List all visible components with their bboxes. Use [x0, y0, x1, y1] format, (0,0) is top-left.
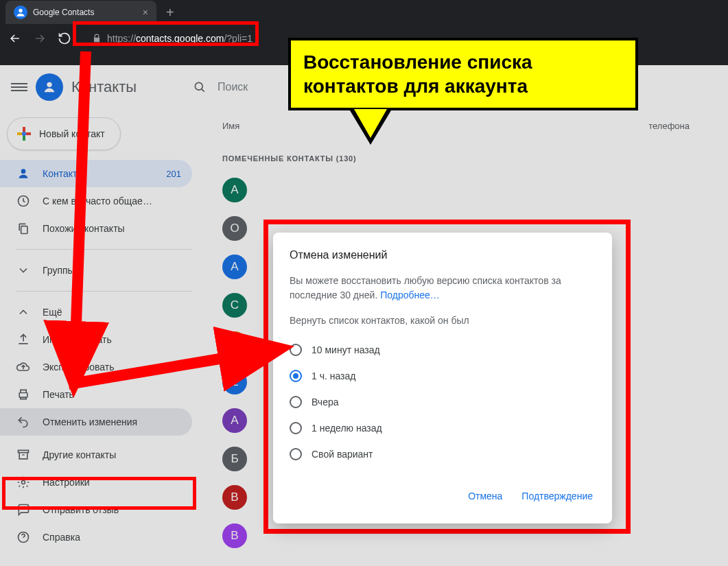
- back-button[interactable]: [5, 29, 25, 48]
- radio-10min[interactable]: 10 минут назад: [290, 337, 596, 363]
- sidebar-item-contacts[interactable]: Контакты 201: [0, 160, 192, 187]
- confirm-button[interactable]: Подтверждение: [519, 485, 596, 507]
- upload-icon: [16, 333, 30, 346]
- radio-yesterday[interactable]: Вчера: [290, 389, 596, 415]
- sidebar-item-similar[interactable]: Похожие контакты: [0, 215, 192, 242]
- reload-button[interactable]: [55, 29, 74, 48]
- browser-tab[interactable]: Google Contacts ×: [5, 1, 156, 24]
- avatar: A: [222, 255, 247, 279]
- sidebar-item-settings[interactable]: Настройки: [0, 469, 192, 496]
- avatar: B: [222, 523, 247, 548]
- app-title: Контакты: [71, 78, 137, 96]
- radio-icon: [290, 422, 302, 434]
- radio-icon: [290, 344, 302, 356]
- close-tab-icon[interactable]: ×: [143, 7, 148, 18]
- svg-point-4: [21, 169, 26, 174]
- sidebar-item-groups[interactable]: Группы: [0, 257, 192, 284]
- search-placeholder[interactable]: Поиск: [218, 81, 248, 93]
- contacts-favicon-icon: [14, 5, 27, 19]
- dialog-subhead: Вернуть список контактов, какой он был: [290, 315, 596, 326]
- radio-1week[interactable]: 1 неделю назад: [290, 415, 596, 441]
- avatar: B: [222, 485, 247, 510]
- annotation-callout: Восстановление списка контактов для акка…: [288, 38, 638, 145]
- avatar: E: [222, 370, 247, 394]
- person-icon: [16, 167, 30, 180]
- cloud-upload-icon: [16, 360, 30, 374]
- radio-icon: [290, 396, 302, 408]
- chevron-up-icon: [16, 305, 30, 319]
- tab-title: Google Contacts: [33, 8, 94, 17]
- sidebar-item-help[interactable]: Справка: [0, 523, 192, 551]
- svg-rect-7: [19, 393, 27, 398]
- dialog-description: Вы можете восстановить любую версию спис…: [290, 274, 596, 303]
- menu-button[interactable]: [11, 79, 27, 95]
- forward-button[interactable]: [30, 29, 49, 48]
- avatar: А: [222, 408, 247, 433]
- new-tab-button[interactable]: +: [166, 5, 174, 21]
- chevron-down-icon: [16, 263, 30, 277]
- sidebar-item-import[interactable]: Импортировать: [0, 326, 192, 353]
- undo-dialog: Отмена изменений Вы можете восстановить …: [273, 233, 612, 523]
- address-bar[interactable]: https://contacts.google.com/?pli=1: [82, 29, 262, 48]
- avatar: A: [222, 178, 247, 202]
- radio-icon: [290, 448, 302, 460]
- svg-point-1: [19, 9, 22, 12]
- sidebar: Новый контакт Контакты 201 С кем вы част…: [0, 109, 198, 566]
- gear-icon: [16, 475, 30, 489]
- sidebar-item-print[interactable]: Печать: [0, 381, 192, 408]
- avatar: C: [222, 293, 247, 318]
- column-phone: телефона: [648, 121, 690, 131]
- svg-point-3: [195, 82, 202, 90]
- contact-row[interactable]: A: [209, 171, 717, 209]
- sidebar-item-undo[interactable]: Отменить изменения: [0, 408, 192, 436]
- avatar: Б: [222, 447, 247, 471]
- radio-custom[interactable]: Свой вариант: [290, 441, 596, 467]
- svg-rect-8: [19, 450, 29, 452]
- radio-icon: [290, 370, 302, 382]
- lock-icon: [92, 34, 102, 43]
- section-label: ПОМЕЧЕННЫЕ КОНТАКТЫ (130): [209, 142, 717, 171]
- search-icon[interactable]: [193, 80, 207, 94]
- sidebar-item-more[interactable]: Ещё: [0, 298, 192, 326]
- avatar: А: [222, 331, 247, 356]
- avatar: O: [222, 216, 247, 241]
- sidebar-item-feedback[interactable]: Отправить отзыв: [0, 496, 192, 523]
- plus-icon: [17, 127, 31, 141]
- learn-more-link[interactable]: Подробнее…: [380, 290, 440, 300]
- svg-point-2: [47, 82, 51, 87]
- sidebar-item-other[interactable]: Другие контакты: [0, 441, 192, 469]
- svg-point-9: [22, 481, 25, 484]
- sidebar-item-frequent[interactable]: С кем вы часто общае…: [0, 187, 192, 215]
- history-icon: [16, 194, 30, 208]
- dialog-title: Отмена изменений: [290, 249, 596, 261]
- app-logo-icon: [36, 73, 63, 101]
- print-icon: [16, 388, 30, 401]
- feedback-icon: [16, 503, 30, 517]
- svg-rect-6: [21, 226, 27, 234]
- undo-icon: [16, 415, 30, 429]
- copy-icon: [16, 222, 30, 235]
- radio-1hour[interactable]: 1 ч. назад: [290, 363, 596, 389]
- cancel-button[interactable]: Отмена: [465, 485, 505, 507]
- help-icon: [16, 530, 30, 544]
- sidebar-item-export[interactable]: Экспортировать: [0, 353, 192, 381]
- archive-icon: [16, 448, 30, 462]
- new-contact-button[interactable]: Новый контакт: [7, 117, 121, 150]
